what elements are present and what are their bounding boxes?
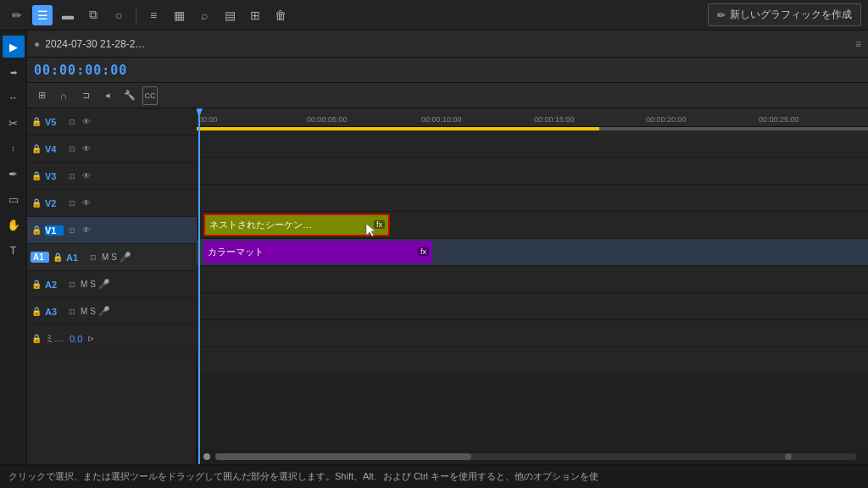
horizontal-scrollbar[interactable] [215,453,856,460]
align-icon[interactable]: ≡ [143,5,164,25]
tracks-content-area: 00:00 00:00:05:00 00:00:10:00 00:00:15:0… [197,108,868,464]
wrench-btn[interactable]: 🔧 [120,86,139,105]
v3-eye-icon[interactable]: 👁 [81,170,92,182]
a2-s-btn[interactable]: S [90,280,96,289]
v5-track [197,130,868,158]
pen-tool[interactable]: ✒ [3,163,25,185]
scroll-left-dot [203,453,210,460]
add-edit-btn[interactable]: ∩ [54,86,73,105]
v4-lock-icon[interactable]: 🔒 [31,143,42,155]
scrollbar-thumb2[interactable] [785,453,792,460]
v2-lock-icon[interactable]: 🔒 [31,197,42,209]
cc-btn[interactable]: CC [142,86,158,105]
slip-tool[interactable]: ↕ [3,137,25,159]
a1-badge[interactable]: A1 [66,252,85,263]
a2-lock-icon[interactable]: 🔒 [31,279,42,291]
hand-tool[interactable]: ✋ [3,214,25,236]
razor-tool[interactable]: ✂ [3,112,25,134]
scrollbar-thumb[interactable] [215,453,471,460]
timecode-display: 00:00:00:00 [34,63,127,78]
v4-eye-icon[interactable]: 👁 [81,143,92,155]
ruler-25: 00:00:25:00 [759,115,799,124]
a2-track [197,293,868,320]
ripple-btn[interactable]: ⊐ [76,86,95,105]
v5-clips [197,130,868,158]
grid-icon[interactable]: ⊞ [245,5,265,25]
ruler-10: 00:00:10:00 [421,115,462,124]
v4-badge[interactable]: V4 [45,144,64,154]
rectangle-tool[interactable]: ▭ [3,188,25,210]
a3-s-btn[interactable]: S [90,307,96,316]
v2-sync-icon[interactable]: ⊡ [66,197,78,209]
v1-label-row: 🔒 V1 ⊡ 👁 [27,217,197,244]
timeline-header: ● 2024-07-30 21-28-2… ≡ [27,30,868,58]
timeline-controls: ⊞ ∩ ⊐ ◂ 🔧 CC [27,83,868,108]
v5-lock-icon[interactable]: 🔒 [31,116,42,128]
list-icon[interactable]: ☰ [32,5,53,25]
layer-icon[interactable]: ⧉ [83,5,103,25]
a1-mic-icon[interactable]: 🎤 [120,252,131,263]
v2-eye-icon[interactable]: 👁 [81,197,92,209]
lock-btn[interactable]: ◂ [98,86,117,105]
v5-sync-icon[interactable]: ⊡ [66,116,78,128]
color-matte-clip[interactable]: カラーマット fx [203,241,432,263]
nested-sequence-clip[interactable]: ネストされたシーケン… fx [203,214,390,236]
ruler-00: 00:00 [198,115,218,124]
a3-mic-icon[interactable]: 🎤 [98,306,110,318]
v5-eye-icon[interactable]: 👁 [81,116,92,128]
ruler-15: 00:00:15:00 [534,115,575,124]
bars-icon[interactable]: ▦ [169,5,189,25]
menu-icon[interactable]: ≡ [855,38,861,50]
a1-active-badge[interactable]: A1 [31,252,49,263]
master-lock-icon[interactable]: 🔒 [31,333,42,345]
a1-s-btn[interactable]: S [111,252,117,262]
track-select-tool[interactable]: ➡ [3,61,25,83]
trash-icon[interactable]: 🗑 [270,5,291,25]
pen-tool-icon[interactable]: ✏ [7,5,27,25]
close-dot: ● [34,38,40,50]
v1-badge[interactable]: V1 [45,225,64,236]
color-matte-label: カラーマット [208,246,264,258]
status-text: クリックで選択、または選択ツールをドラッグして囲んだ部分を選択します。Shift… [8,470,598,483]
v3-sync-icon[interactable]: ⊡ [66,170,78,182]
v2-track: ネストされたシーケン… fx [197,212,868,239]
v3-badge[interactable]: V3 [45,171,64,181]
snap-to-grid-btn[interactable]: ⊞ [32,86,51,105]
a3-m-btn[interactable]: M [81,307,87,316]
a1-label-row: A1 🔒 A1 ⊡ M S 🎤 [27,244,197,271]
a1-sync-icon[interactable]: ⊡ [87,252,99,263]
v5-badge[interactable]: V5 [45,117,64,127]
v2-badge[interactable]: V2 [45,198,64,208]
v1-eye-icon[interactable]: 👁 [81,225,92,236]
a1-m-btn[interactable]: M [102,252,108,262]
rect-icon[interactable]: ▬ [58,5,78,25]
a2-badge[interactable]: A2 [45,280,64,290]
folder-icon[interactable]: ▤ [220,5,240,25]
ripple-edit-tool[interactable]: ↔ [3,86,25,108]
search-icon[interactable]: ⌕ [194,5,214,25]
left-toolbar: ▶ ➡ ↔ ✂ ↕ ✒ ▭ ✋ T [0,30,27,464]
circle-icon[interactable]: ○ [108,5,129,25]
a1-lock-icon[interactable]: 🔒 [52,252,64,263]
a2-mic-icon[interactable]: 🎤 [98,279,110,291]
a2-sync-icon[interactable]: ⊡ [66,279,78,291]
a3-sync-icon[interactable]: ⊡ [66,306,78,318]
type-tool[interactable]: T [3,239,25,261]
v1-lock-icon[interactable]: 🔒 [31,225,42,236]
a3-clips [197,320,868,347]
a3-badge[interactable]: A3 [45,307,64,317]
a3-lock-icon[interactable]: 🔒 [31,306,42,318]
new-graphic-label: 新しいグラフィックを作成 [730,8,852,22]
new-graphic-button[interactable]: ✏ 新しいグラフィックを作成 [708,3,861,26]
track-labels: 🔒 V5 ⊡ 👁 🔒 V4 ⊡ 👁 🔒 V3 ⊡ 👁 [27,108,197,464]
master-nav-icon[interactable]: ⊳ [85,333,97,345]
a2-m-btn[interactable]: M [81,280,87,289]
v3-clips [197,185,868,212]
v3-lock-icon[interactable]: 🔒 [31,170,42,182]
select-tool[interactable]: ▶ [3,36,25,58]
v1-clips: カラーマット fx [197,239,868,266]
v4-track [197,158,868,185]
sequence-title: 2024-07-30 21-28-2… [45,38,847,50]
v4-sync-icon[interactable]: ⊡ [66,143,78,155]
v1-sync-icon[interactable]: ⊡ [66,225,78,236]
